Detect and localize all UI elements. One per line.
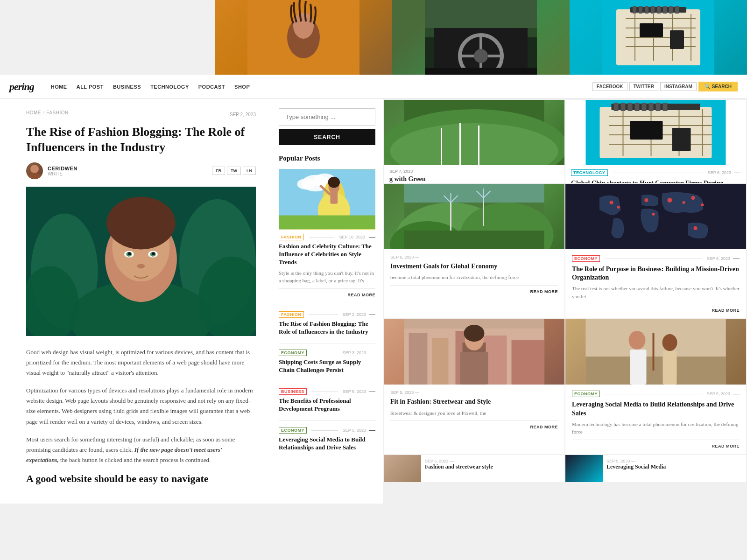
partial-card-right-body: TECHNOLOGY SEP 6, 2023 — Global Chip sho… — [565, 165, 746, 183]
svg-point-35 — [30, 165, 39, 173]
list-item: ECONOMY SEP 3, 2023 — Shipping Costs Sur… — [279, 343, 375, 382]
bottom-card-left: SEP 5, 2023 — Fashion and streetwear sty… — [384, 455, 564, 482]
twitter-btn[interactable]: TWITTER — [629, 82, 658, 91]
nav-podcast[interactable]: PODCAST — [198, 84, 225, 90]
nav-business[interactable]: BUSINESS — [113, 84, 141, 90]
card-cat-label-2: ECONOMY — [572, 255, 600, 262]
bottom-partial-row: SEP 5, 2023 — Fashion and streetwear sty… — [383, 455, 747, 483]
svg-rect-129 — [586, 319, 726, 357]
svg-rect-30 — [651, 6, 655, 14]
partial-cat-label: TECHNOLOGY — [571, 169, 608, 176]
card-cat-row-1: SEP 6, 2023 — — [390, 255, 558, 259]
svg-rect-90 — [649, 103, 654, 111]
svg-rect-120 — [432, 338, 449, 385]
search-header-btn[interactable]: 🔍 SEARCH — [698, 82, 738, 91]
card-excerpt-4: Modern technology has become a total phe… — [572, 420, 740, 436]
card-readmore-4[interactable]: READ MORE — [572, 440, 740, 448]
svg-rect-25 — [670, 30, 684, 49]
svg-rect-31 — [657, 6, 661, 14]
strip-img-3 — [570, 0, 747, 75]
search-submit-btn[interactable]: SEARCH — [279, 129, 375, 145]
search-input[interactable] — [279, 108, 375, 126]
article-body: Good web design has visual weight, is op… — [26, 347, 256, 465]
card-title-1: Investment Goals for Global Economy — [390, 262, 558, 271]
author-info: CERIDWEN WRITE — [26, 162, 78, 179]
bottom-img-right — [565, 455, 603, 482]
svg-rect-32 — [663, 6, 667, 14]
pli-cat-3: ECONOMY — [279, 427, 307, 434]
list-item: FASHION SEP 2, 2023 — The Rise of Fashio… — [279, 305, 375, 343]
svg-point-63 — [328, 177, 340, 188]
card-social-media: ECONOMY SEP 5, 2023 — Leveraging Social … — [565, 319, 746, 454]
article-para-1: Good web design has visual weight, is op… — [26, 347, 256, 378]
pp-readmore-link[interactable]: READ MORE — [279, 288, 375, 297]
svg-point-112 — [668, 198, 672, 203]
svg-rect-5 — [425, 0, 537, 28]
nav-technology[interactable]: TECHNOLOGY — [150, 84, 189, 90]
svg-rect-119 — [409, 333, 428, 385]
breadcrumb-row: HOME / FASHION SEP 2, 2023 — [26, 110, 256, 119]
pli-cat-row-0: FASHION SEP 2, 2023 — — [279, 311, 375, 318]
article-subtitle: A good website should be easy to navigat… — [26, 473, 256, 485]
card-img-world-map — [565, 184, 746, 249]
breadcrumb-home[interactable]: HOME — [26, 110, 41, 115]
pp-excerpt: Style is the only thing you can't buy. I… — [279, 269, 375, 285]
svg-rect-51 — [122, 285, 160, 297]
article-area: HOME / FASHION SEP 2, 2023 The Rise of F… — [0, 99, 271, 504]
logo: pering — [9, 81, 34, 93]
card-cat-row-3: SEP 5, 2023 — — [390, 390, 558, 395]
svg-rect-123 — [512, 340, 544, 385]
list-item: BUSINESS SEP 5, 2023 — The Benefits of P… — [279, 382, 375, 420]
pli-title-0: The Rise of Fashion Blogging: The Role o… — [279, 320, 375, 336]
svg-point-114 — [691, 196, 695, 200]
svg-rect-28 — [639, 6, 642, 14]
card-title-3: Fit in Fashion: Streetwear and Style — [390, 398, 558, 406]
main-container: HOME / FASHION SEP 2, 2023 The Rise of F… — [0, 99, 747, 504]
pli-date-2: SEP 5, 2023 — [343, 389, 366, 394]
svg-rect-34 — [675, 6, 679, 14]
card-date-2: SEP 6, 2023 — [707, 256, 730, 261]
pp-category-label: FASHION — [279, 234, 304, 240]
nav-allpost[interactable]: ALL POST — [77, 84, 104, 90]
pli-cat-2: BUSINESS — [279, 388, 307, 395]
svg-point-58 — [297, 179, 315, 190]
svg-rect-86 — [621, 103, 626, 111]
svg-point-126 — [464, 325, 485, 342]
right-col: SEP 7, 2023 g with Green become a total … — [383, 99, 747, 504]
svg-rect-24 — [640, 23, 663, 37]
share-ln-btn[interactable]: LN — [243, 167, 256, 175]
partial-img-right — [565, 100, 746, 165]
search-box: SEARCH — [279, 108, 375, 154]
partial-card-title: Global Chip shortage to Hurt Computer Fi… — [571, 179, 740, 183]
card-readmore-1[interactable]: READ MORE — [390, 285, 558, 294]
svg-rect-29 — [645, 6, 648, 14]
svg-rect-132 — [630, 350, 647, 385]
card-body-fashion-fit: SEP 5, 2023 — Fit in Fashion: Streetwear… — [384, 385, 564, 435]
bottom-body-right: SEP 5, 2023 — Leveraging Social Media — [603, 455, 669, 482]
svg-rect-82 — [630, 121, 663, 140]
pli-cat-row-2: BUSINESS SEP 5, 2023 — — [279, 388, 375, 395]
share-tw-btn[interactable]: TW — [227, 167, 241, 175]
pli-title-1: Shipping Costs Surge as Supply Chain Cha… — [279, 358, 375, 374]
nav-home[interactable]: HOME — [51, 84, 67, 90]
social-links: FACEBOOK TWITTER INSTAGRAM 🔍 SEARCH — [592, 82, 738, 91]
breadcrumb-section[interactable]: FASHION — [46, 110, 68, 115]
pli-title-3: Leveraging Social Media to Build Relatio… — [279, 436, 375, 452]
svg-point-113 — [683, 201, 685, 204]
popular-posts-title: Popular Posts — [279, 154, 375, 162]
bottom-card-right: SEP 5, 2023 — Leveraging Social Media — [565, 455, 746, 482]
share-buttons: FB TW LN — [212, 167, 256, 175]
card-readmore-2[interactable]: READ MORE — [572, 304, 740, 313]
breadcrumb: HOME / FASHION — [26, 110, 69, 115]
svg-point-131 — [629, 331, 646, 350]
instagram-btn[interactable]: INSTAGRAM — [660, 82, 697, 91]
avatar — [26, 162, 43, 179]
share-fb-btn[interactable]: FB — [212, 167, 225, 175]
author-role: WRITE — [48, 171, 78, 176]
pp-date: SEP 10, 2023 — [339, 235, 365, 239]
facebook-btn[interactable]: FACEBOOK — [592, 82, 627, 91]
partial-card-left: SEP 7, 2023 g with Green become a total … — [384, 100, 564, 183]
nav-shop[interactable]: SHOP — [234, 84, 250, 90]
card-readmore-3[interactable]: READ MORE — [390, 420, 558, 429]
card-fashion-fit: SEP 5, 2023 — Fit in Fashion: Streetwear… — [384, 319, 564, 454]
